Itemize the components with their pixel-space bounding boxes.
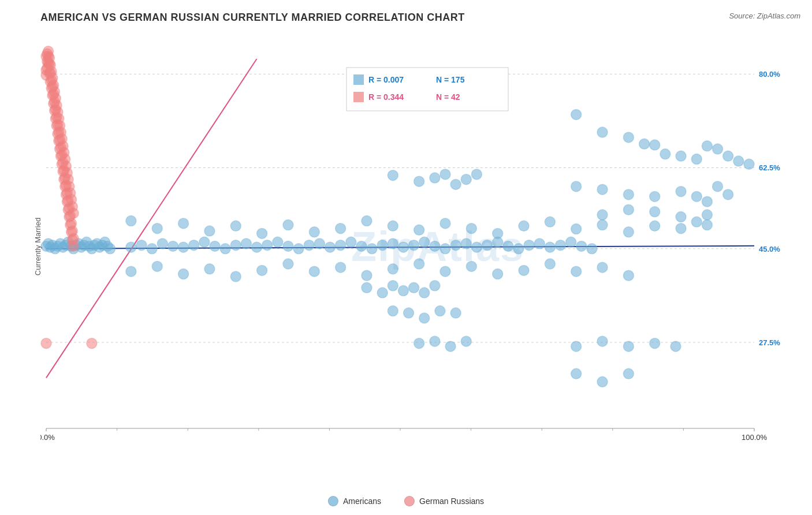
chart-container: AMERICAN VS GERMAN RUSSIAN CURRENTLY MAR…: [0, 0, 812, 515]
svg-point-134: [545, 259, 555, 269]
svg-point-154: [430, 173, 440, 183]
svg-point-120: [178, 269, 189, 279]
svg-point-195: [430, 336, 440, 346]
svg-text:R = 0.344: R = 0.344: [368, 92, 404, 102]
svg-point-64: [273, 237, 283, 247]
svg-point-81: [450, 240, 461, 251]
svg-point-196: [445, 341, 456, 352]
svg-point-197: [461, 336, 471, 346]
svg-point-53: [157, 238, 167, 249]
svg-point-142: [639, 139, 650, 149]
svg-point-183: [377, 288, 388, 298]
svg-point-126: [336, 262, 346, 273]
svg-point-164: [691, 191, 702, 201]
svg-point-63: [262, 240, 273, 251]
svg-point-146: [691, 154, 702, 165]
svg-point-166: [713, 181, 723, 192]
svg-point-186: [409, 282, 419, 293]
svg-point-92: [566, 237, 576, 247]
svg-text:80.0%: 80.0%: [759, 70, 780, 79]
chart-title: AMERICAN VS GERMAN RUSSIAN CURRENTLY MAR…: [40, 12, 800, 24]
svg-point-123: [257, 265, 267, 275]
svg-point-101: [283, 220, 293, 230]
legend-circle-german-russians: [404, 496, 415, 506]
legend-item-americans: Americans: [328, 496, 381, 506]
svg-point-62: [252, 242, 262, 252]
svg-point-54: [167, 241, 178, 251]
svg-point-189: [388, 306, 398, 316]
svg-point-67: [304, 240, 314, 251]
svg-text:R = 0.007: R = 0.007: [368, 75, 404, 84]
svg-point-90: [545, 242, 555, 252]
svg-point-176: [623, 341, 634, 352]
svg-point-159: [571, 181, 582, 192]
svg-point-152: [388, 170, 398, 181]
svg-point-139: [571, 109, 582, 120]
svg-point-68: [314, 238, 325, 249]
svg-point-279: [41, 338, 51, 349]
svg-point-173: [702, 210, 712, 220]
svg-point-193: [450, 308, 461, 318]
legend-label-americans: Americans: [343, 497, 381, 506]
svg-point-118: [126, 266, 136, 277]
svg-rect-285: [353, 92, 364, 102]
svg-point-158: [471, 169, 482, 180]
svg-point-140: [597, 127, 608, 137]
svg-point-102: [309, 227, 319, 237]
svg-point-151: [744, 159, 754, 169]
svg-point-182: [362, 282, 372, 293]
svg-point-130: [440, 266, 450, 277]
svg-point-113: [597, 220, 608, 230]
svg-point-165: [702, 196, 712, 207]
svg-point-86: [503, 241, 513, 251]
svg-point-57: [199, 237, 210, 247]
svg-point-97: [178, 218, 189, 229]
svg-point-194: [414, 338, 424, 349]
svg-point-83: [471, 242, 482, 252]
svg-text:100.0%: 100.0%: [742, 433, 768, 442]
legend-container: Americans German Russians: [328, 496, 484, 506]
svg-point-148: [713, 144, 723, 154]
svg-point-128: [388, 264, 398, 274]
svg-rect-282: [353, 74, 364, 85]
svg-point-91: [555, 240, 565, 251]
svg-point-179: [571, 368, 582, 379]
svg-point-190: [404, 308, 414, 318]
svg-point-69: [325, 242, 335, 252]
svg-point-60: [230, 240, 241, 251]
svg-point-119: [152, 261, 162, 271]
svg-point-147: [702, 141, 712, 151]
legend-label-german-russians: German Russians: [419, 497, 484, 506]
svg-point-180: [597, 376, 608, 387]
y-axis-label: Currently Married: [33, 218, 42, 275]
svg-point-71: [346, 237, 356, 247]
svg-point-121: [204, 264, 215, 274]
svg-point-115: [650, 221, 660, 231]
svg-point-79: [430, 241, 440, 251]
svg-point-114: [623, 227, 634, 237]
svg-point-160: [597, 184, 608, 195]
svg-point-172: [691, 217, 702, 227]
svg-point-73: [367, 244, 377, 254]
svg-point-185: [398, 286, 408, 296]
svg-point-161: [623, 189, 634, 200]
svg-point-77: [409, 240, 419, 251]
svg-point-108: [466, 223, 476, 234]
svg-line-23: [46, 59, 257, 378]
svg-point-49: [105, 244, 116, 254]
svg-point-65: [283, 241, 293, 251]
svg-point-52: [147, 244, 157, 254]
svg-point-181: [623, 368, 634, 379]
svg-point-88: [524, 240, 534, 251]
svg-point-61: [241, 238, 251, 249]
svg-point-143: [650, 140, 660, 150]
svg-point-94: [587, 244, 597, 254]
svg-point-80: [440, 244, 450, 254]
svg-point-103: [336, 223, 346, 234]
svg-text:62.5%: 62.5%: [759, 163, 780, 172]
svg-point-145: [676, 151, 686, 161]
svg-point-107: [440, 218, 450, 229]
svg-point-191: [419, 313, 430, 323]
svg-point-188: [430, 281, 440, 291]
svg-point-117: [702, 220, 712, 230]
